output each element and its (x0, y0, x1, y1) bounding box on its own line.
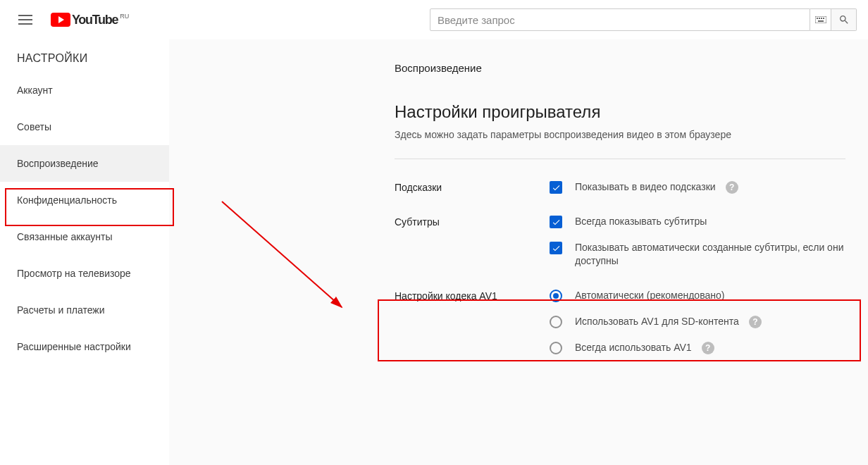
section-hints-label: Подсказки (395, 180, 550, 193)
svg-rect-3 (821, 18, 822, 19)
option-av1-auto-label: Автоматически (рекомендовано) (575, 289, 724, 302)
search-icon (838, 14, 850, 25)
radio-av1-always[interactable] (550, 342, 562, 354)
breadcrumb: Воспроизведение (395, 62, 860, 74)
logo-region: RU (120, 13, 129, 20)
menu-button[interactable] (11, 6, 39, 34)
svg-rect-0 (815, 16, 826, 23)
option-auto-subtitles-label: Показывать автоматически созданные субти… (575, 241, 850, 268)
help-icon[interactable]: ? (749, 316, 762, 328)
youtube-logo[interactable]: YouTube RU (51, 13, 129, 27)
page-description: Здесь можно задать параметры воспроизвед… (395, 129, 860, 140)
svg-rect-1 (817, 18, 818, 19)
sidebar-item-billing[interactable]: Расчеты и платежи (0, 292, 169, 328)
search-button[interactable] (831, 8, 857, 31)
option-av1-sd-label: Использовать AV1 для SD-контента (575, 315, 739, 328)
sidebar-item-privacy[interactable]: Конфиденциальность (0, 182, 169, 218)
checkbox-always-subtitles[interactable] (550, 216, 562, 228)
keyboard-icon (815, 16, 826, 23)
svg-rect-5 (818, 20, 824, 22)
keyboard-button[interactable] (810, 8, 831, 31)
page-title: Настройки проигрывателя (395, 102, 860, 122)
section-subtitles-label: Субтитры (395, 215, 550, 228)
help-icon[interactable]: ? (726, 181, 738, 194)
sidebar-item-tv[interactable]: Просмотр на телевизоре (0, 255, 169, 292)
check-icon (552, 244, 561, 253)
check-icon (552, 183, 561, 192)
sidebar-title: НАСТРОЙКИ (0, 39, 169, 72)
option-always-subtitles-label: Всегда показывать субтитры (575, 215, 707, 228)
sidebar-item-account[interactable]: Аккаунт (0, 72, 169, 108)
divider (395, 159, 845, 159)
sidebar-item-tips[interactable]: Советы (0, 108, 169, 145)
section-hints: Подсказки Показывать в видео подсказки ? (395, 180, 860, 194)
sidebar-item-advanced[interactable]: Расширенные настройки (0, 328, 169, 365)
radio-av1-auto[interactable] (550, 290, 562, 302)
section-av1-label: Настройки кодека AV1 (395, 289, 550, 302)
play-icon (51, 13, 70, 27)
checkbox-show-hints[interactable] (550, 181, 562, 194)
checkbox-auto-subtitles[interactable] (550, 242, 562, 254)
search-input[interactable] (430, 8, 810, 31)
settings-sidebar: НАСТРОЙКИ Аккаунт Советы Воспроизведение… (0, 39, 169, 365)
section-subtitles: Субтитры Всегда показывать субтитры Пока… (395, 215, 860, 268)
sidebar-item-linked-accounts[interactable]: Связанные аккаунты (0, 218, 169, 255)
svg-rect-4 (823, 18, 824, 19)
section-av1: Настройки кодека AV1 Автоматически (реко… (395, 289, 860, 354)
svg-rect-2 (819, 18, 820, 19)
main-content: Воспроизведение Настройки проигрывателя … (169, 39, 868, 465)
help-icon[interactable]: ? (702, 342, 714, 354)
logo-text: YouTube (72, 13, 118, 27)
radio-av1-sd[interactable] (550, 316, 562, 328)
option-show-hints-label: Показывать в видео подсказки (575, 180, 716, 194)
check-icon (552, 218, 561, 227)
option-av1-always-label: Всегда использовать AV1 (575, 341, 692, 354)
hamburger-icon (18, 15, 32, 25)
sidebar-item-playback[interactable]: Воспроизведение (0, 145, 169, 182)
